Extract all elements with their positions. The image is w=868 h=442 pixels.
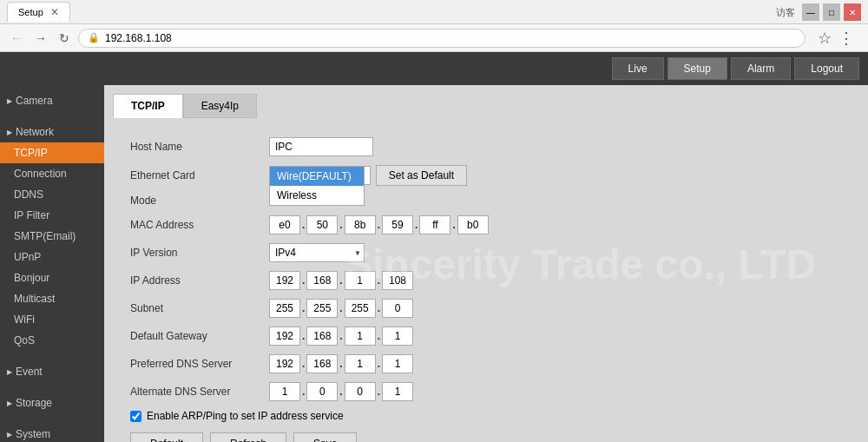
ethernet-card-menu: Wire(DEFAULT) Wireless xyxy=(269,166,365,206)
ethernet-option-wire[interactable]: Wire(DEFAULT) xyxy=(270,167,364,186)
sidebar-item-qos[interactable]: QoS xyxy=(0,330,104,351)
host-name-input[interactable] xyxy=(269,137,373,156)
ip-version-select-wrap: IPv4 ▼ xyxy=(269,243,365,262)
pdns-part-1[interactable] xyxy=(306,354,338,373)
tab-tcpip[interactable]: TCP/IP xyxy=(113,94,183,118)
sidebar-item-wifi[interactable]: WiFi xyxy=(0,309,104,330)
sidebar-event-label: Event xyxy=(16,366,43,378)
ip-part-0[interactable] xyxy=(269,271,300,290)
adns-dot-0: . xyxy=(302,386,305,398)
pdns-dot-2: . xyxy=(378,358,380,370)
ip-address-row: IP Address . . . xyxy=(130,271,842,290)
ethernet-option-wireless[interactable]: Wireless xyxy=(270,186,364,205)
arp-ping-label: Enable ARP/Ping to set IP address servic… xyxy=(147,410,344,422)
ip-part-3[interactable] xyxy=(382,271,413,290)
subnet-dot-0: . xyxy=(302,302,305,314)
sidebar-section-header-system[interactable]: System xyxy=(0,424,104,442)
sidebar-section-header-event[interactable]: Event xyxy=(0,361,104,382)
refresh-button[interactable]: Refresh xyxy=(210,432,286,442)
sidebar-item-connection[interactable]: Connection xyxy=(0,163,104,184)
adns-part-3[interactable] xyxy=(382,382,413,401)
sidebar-section-event: Event xyxy=(0,356,104,387)
live-button[interactable]: Live xyxy=(612,57,664,80)
ip-part-1[interactable] xyxy=(306,271,338,290)
close-button[interactable]: ✕ xyxy=(844,3,861,21)
sidebar-section-header-storage[interactable]: Storage xyxy=(0,393,104,413)
browser-menu-icons: ☆ ⋮ xyxy=(811,29,861,48)
refresh-button[interactable]: ↻ xyxy=(56,30,73,47)
ip-address-label: IP Address xyxy=(130,274,269,287)
ethernet-card-dropdown: Wire(DEFAULT) ▼ Wire(DEFAULT) Wireless xyxy=(269,166,371,185)
mac-part-0[interactable] xyxy=(269,215,300,234)
ethernet-card-row: Ethernet Card Wire(DEFAULT) ▼ Wire(DEFAU… xyxy=(130,165,842,186)
pdns-dot-1: . xyxy=(339,358,342,370)
ip-part-2[interactable] xyxy=(345,271,376,290)
adns-part-2[interactable] xyxy=(345,382,376,401)
mode-row: Mode xyxy=(130,195,842,207)
sidebar: Camera Network TCP/IP Connection DDNS IP… xyxy=(0,85,104,442)
sidebar-section-camera: Camera xyxy=(0,85,104,116)
sidebar-item-ipfilter[interactable]: IP Filter xyxy=(0,205,104,226)
button-row: Default Refresh Save xyxy=(130,432,842,442)
pdns-part-2[interactable] xyxy=(345,354,376,373)
sidebar-item-ddns[interactable]: DDNS xyxy=(0,184,104,205)
preferred-dns-control: . . . xyxy=(269,354,413,373)
adns-part-1[interactable] xyxy=(306,382,338,401)
adns-dot-2: . xyxy=(378,386,380,398)
ip-address-control: . . . xyxy=(269,271,413,290)
tab-easy4ip[interactable]: Easy4Ip xyxy=(183,94,257,118)
subnet-row: Subnet . . . xyxy=(130,299,842,318)
subnet-part-3[interactable] xyxy=(382,299,413,318)
gateway-part-2[interactable] xyxy=(345,327,376,346)
lock-icon: 🔒 xyxy=(88,32,100,43)
sidebar-item-multicast[interactable]: Multicast xyxy=(0,288,104,309)
mac-part-5[interactable] xyxy=(457,215,489,234)
subnet-part-0[interactable] xyxy=(269,299,300,318)
arp-ping-checkbox[interactable] xyxy=(130,411,141,422)
gateway-part-3[interactable] xyxy=(382,327,413,346)
gateway-label: Default Gateway xyxy=(130,330,269,342)
pdns-part-0[interactable] xyxy=(269,354,300,373)
maximize-button[interactable]: □ xyxy=(823,3,840,21)
address-input[interactable]: 192.168.1.108 xyxy=(105,32,796,44)
ip-version-select[interactable]: IPv4 xyxy=(269,243,365,262)
mac-part-4[interactable] xyxy=(419,215,450,234)
sidebar-section-header-camera[interactable]: Camera xyxy=(0,90,104,111)
sidebar-item-tcpip[interactable]: TCP/IP xyxy=(0,142,104,163)
gateway-control: . . . xyxy=(269,327,413,346)
setup-button[interactable]: Setup xyxy=(667,57,727,80)
adns-part-0[interactable] xyxy=(269,382,300,401)
sidebar-section-system: System xyxy=(0,419,104,442)
default-button[interactable]: Default xyxy=(130,432,203,442)
mac-address-label: MAC Address xyxy=(130,219,269,231)
sidebar-item-smtp[interactable]: SMTP(Email) xyxy=(0,226,104,247)
tab-close-icon[interactable]: ✕ xyxy=(50,6,59,18)
mac-dot-3: . xyxy=(415,219,418,231)
sidebar-item-bonjour[interactable]: Bonjour xyxy=(0,267,104,288)
save-button[interactable]: Save xyxy=(293,432,357,442)
subnet-dot-1: . xyxy=(339,302,342,314)
minimize-button[interactable]: — xyxy=(802,3,819,21)
sidebar-section-header-network[interactable]: Network xyxy=(0,122,104,142)
logout-button[interactable]: Logout xyxy=(794,57,859,80)
gateway-part-1[interactable] xyxy=(306,327,338,346)
mac-part-1[interactable] xyxy=(306,215,338,234)
gateway-row: Default Gateway . . . xyxy=(130,327,842,346)
address-bar[interactable]: 🔒 192.168.1.108 xyxy=(78,29,806,48)
browser-titlebar: Setup ✕ 访客 — □ ✕ xyxy=(0,0,868,24)
forward-button[interactable]: → xyxy=(31,30,50,47)
subnet-part-2[interactable] xyxy=(345,299,376,318)
gateway-part-0[interactable] xyxy=(269,327,300,346)
set-default-button[interactable]: Set as Default xyxy=(376,165,467,186)
pdns-part-3[interactable] xyxy=(382,354,413,373)
browser-tab[interactable]: Setup ✕ xyxy=(7,2,70,22)
back-button[interactable]: ← xyxy=(7,30,26,47)
menu-icon[interactable]: ⋮ xyxy=(838,29,854,48)
subnet-part-1[interactable] xyxy=(306,299,338,318)
sidebar-item-upnp[interactable]: UPnP xyxy=(0,247,104,267)
mac-part-3[interactable] xyxy=(382,215,413,234)
star-icon[interactable]: ☆ xyxy=(818,29,832,48)
alarm-button[interactable]: Alarm xyxy=(731,57,791,80)
mac-part-2[interactable] xyxy=(345,215,376,234)
subnet-label: Subnet xyxy=(130,302,269,314)
